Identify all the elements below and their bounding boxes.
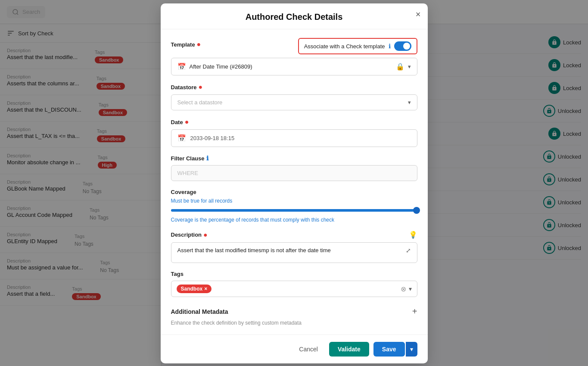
template-chevron-icon: ▾ (408, 63, 411, 70)
expand-icon[interactable]: ⤢ (406, 247, 411, 254)
toggle-slider (394, 41, 411, 51)
coverage-subtitle: Must be true for all records (171, 198, 417, 204)
additional-meta-desc: Enhance the check definition by setting … (171, 320, 417, 326)
tags-section: Tags Sandbox × ⊗ ▾ (171, 271, 417, 297)
associate-label: Associate with a Check template (304, 43, 385, 50)
filter-input[interactable]: WHERE (171, 165, 417, 181)
template-row: Template ● Associate with a Check templa… (171, 38, 417, 54)
associate-toggle-box: Associate with a Check template ℹ (298, 38, 417, 54)
coverage-label: Coverage (171, 189, 417, 195)
add-metadata-button[interactable]: + (412, 307, 417, 316)
template-select-value: After Date Time (#26809) (190, 63, 252, 70)
template-select-icon: 📅 (177, 63, 186, 71)
additional-meta-header: Additional Metadata + (171, 305, 417, 318)
additional-metadata-section: Additional Metadata + Enhance the check … (171, 305, 417, 326)
datastore-label: Datastore ● (171, 83, 417, 91)
date-section: Date ● 📅 2033-09-18 18:15 (171, 118, 417, 147)
description-input[interactable]: Assert that the last modified timesmp is… (171, 242, 417, 263)
template-section: Template ● Associate with a Check templa… (171, 38, 417, 75)
save-group: Save ▾ (373, 342, 417, 357)
modal-body: Template ● Associate with a Check templa… (161, 29, 428, 335)
info-icon[interactable]: ℹ (389, 43, 391, 50)
save-dropdown-button[interactable]: ▾ (406, 342, 417, 357)
tags-actions: ⊗ ▾ (401, 285, 412, 293)
associate-toggle[interactable] (394, 41, 411, 51)
template-label: Template ● (171, 41, 201, 48)
modal-header: Authored Check Details × (161, 3, 428, 29)
datastore-placeholder: Select a datastore (177, 99, 223, 106)
tags-input[interactable]: Sandbox × ⊗ ▾ (171, 281, 417, 297)
datastore-chevron-icon: ▾ (408, 99, 411, 106)
description-section: Description ● 💡 Assert that the last mod… (171, 231, 417, 263)
date-icon: 📅 (177, 134, 186, 142)
lock-icon: 🔒 (396, 63, 404, 71)
date-field[interactable]: 📅 2033-09-18 18:15 (171, 129, 417, 147)
cancel-button[interactable]: Cancel (292, 342, 325, 356)
filter-section: Filter Clause ℹ WHERE (171, 155, 417, 181)
save-button[interactable]: Save (373, 342, 405, 357)
coverage-fill (171, 209, 417, 212)
description-label: Description ● 💡 (171, 231, 417, 239)
sandbox-tag-label: Sandbox (181, 286, 203, 292)
tags-label: Tags (171, 271, 417, 277)
required-indicator: ● (197, 41, 201, 48)
coverage-section: Coverage Must be true for all records Co… (171, 189, 417, 223)
filter-label: Filter Clause ℹ (171, 155, 417, 162)
validate-button[interactable]: Validate (329, 342, 369, 357)
coverage-thumb (413, 207, 420, 214)
required-indicator-desc: ● (203, 231, 208, 239)
filter-info-icon[interactable]: ℹ (206, 155, 208, 162)
modal-close-button[interactable]: × (416, 9, 421, 19)
modal-title: Authored Check Details (246, 12, 343, 22)
modal-footer: Cancel Validate Save ▾ (161, 335, 428, 363)
clear-tags-button[interactable]: ⊗ (401, 285, 406, 293)
lightbulb-icon: 💡 (409, 231, 417, 239)
datastore-select[interactable]: Select a datastore ▾ (171, 94, 417, 110)
required-indicator-datastore: ● (198, 83, 202, 91)
description-value: Assert that the last modified timesmp is… (177, 247, 402, 253)
tag-remove-button[interactable]: × (204, 286, 207, 292)
coverage-note: Coverage is the percentage of records th… (171, 217, 417, 223)
date-value: 2033-09-18 18:15 (190, 135, 235, 141)
sandbox-tag: Sandbox × (177, 285, 212, 293)
additional-meta-title: Additional Metadata (171, 308, 228, 315)
filter-placeholder: WHERE (177, 170, 198, 176)
required-indicator-date: ● (185, 118, 189, 126)
datastore-section: Datastore ● Select a datastore ▾ (171, 83, 417, 110)
modal-overlay: Authored Check Details × Template ● Asso… (0, 0, 588, 366)
authored-check-modal: Authored Check Details × Template ● Asso… (161, 3, 428, 363)
tags-chevron-icon[interactable]: ▾ (409, 285, 412, 292)
date-label: Date ● (171, 118, 417, 126)
coverage-slider[interactable] (171, 209, 417, 212)
template-select[interactable]: 📅 After Date Time (#26809) 🔒 ▾ (171, 58, 417, 75)
